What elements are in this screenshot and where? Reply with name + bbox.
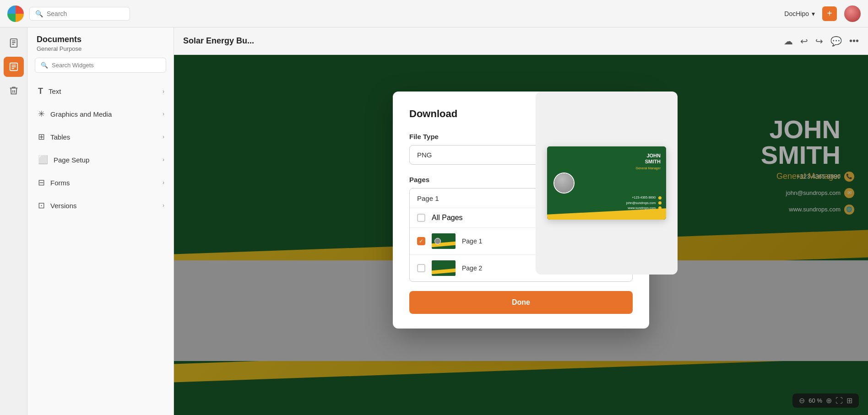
sidebar-subtitle: General Purpose — [37, 45, 164, 52]
versions-label: Versions — [50, 202, 77, 210]
sidebar-section-text[interactable]: T Text › — [27, 80, 174, 102]
widget-search-input[interactable] — [52, 62, 160, 69]
forms-chevron: › — [163, 179, 164, 186]
page-setup-label: Page Setup — [54, 156, 89, 164]
preview-card-name: JOHNSMITHGeneral Manager — [636, 153, 661, 171]
comment-icon[interactable]: 💬 — [830, 36, 842, 47]
sidebar-item-documents[interactable] — [4, 33, 24, 53]
done-button[interactable]: Done — [409, 291, 633, 314]
plus-icon: + — [827, 8, 832, 19]
topbar-right: DocHipo ▾ + — [784, 5, 861, 22]
doc-title: Solar Energy Bu... — [183, 36, 776, 46]
sidebar-item-trash[interactable] — [4, 81, 24, 101]
chevron-down-icon: ▾ — [812, 10, 815, 17]
versions-chevron: › — [163, 202, 164, 209]
dochipo-dropdown[interactable]: DocHipo ▾ — [784, 10, 815, 17]
doc-toolbar: Solar Energy Bu... ☁ ↩ ↪ 💬 ••• — [174, 27, 868, 55]
preview-card-photo — [553, 172, 575, 194]
page1-thumbnail — [432, 233, 456, 249]
page-setup-icon: ⬜ — [38, 155, 48, 165]
search-icon: 🔍 — [35, 10, 43, 17]
all-pages-checkbox[interactable] — [417, 214, 425, 222]
main-layout: Documents General Purpose 🔍 T Text › ✳ G… — [0, 27, 868, 415]
page1-checkbox[interactable]: ✓ — [417, 237, 425, 245]
widget-sidebar: Documents General Purpose 🔍 T Text › ✳ G… — [27, 27, 174, 415]
redo-icon[interactable]: ↪ — [815, 36, 823, 47]
preview-card-contact: +123-4365-9890 john@sundrops.com www.sun… — [626, 195, 662, 210]
avatar[interactable] — [844, 5, 861, 22]
page-setup-chevron: › — [163, 156, 164, 163]
graphics-icon: ✳ — [38, 109, 45, 119]
all-pages-label: All Pages — [432, 214, 463, 222]
widget-search-icon: 🔍 — [41, 62, 48, 69]
sidebar-title: Documents General Purpose — [27, 35, 174, 58]
icon-sidebar — [0, 27, 27, 415]
add-button[interactable]: + — [822, 6, 837, 21]
tables-label: Tables — [50, 133, 70, 141]
forms-icon: ⊟ — [38, 178, 45, 188]
app-logo[interactable] — [7, 5, 24, 22]
doc-canvas: JOHN SMITH General Manager +123-4365-989… — [174, 55, 868, 415]
page2-label: Page 2 — [462, 264, 482, 272]
cloud-icon[interactable]: ☁ — [784, 36, 793, 47]
pages-current-value: Page 1 — [417, 194, 439, 202]
dochipo-label: DocHipo — [784, 10, 809, 17]
sidebar-section-forms[interactable]: ⊟ Forms › — [27, 171, 174, 194]
tables-chevron: › — [163, 134, 164, 140]
text-chevron: › — [163, 88, 164, 95]
graphics-chevron: › — [163, 111, 164, 117]
sidebar-section-graphics[interactable]: ✳ Graphics and Media › — [27, 102, 174, 125]
widget-search[interactable]: 🔍 — [35, 58, 166, 73]
tables-icon: ⊞ — [38, 132, 45, 142]
sidebar-section-versions[interactable]: ⊡ Versions › — [27, 194, 174, 217]
topbar: 🔍 DocHipo ▾ + — [0, 0, 868, 27]
toolbar-icons: ☁ ↩ ↪ 💬 ••• — [784, 36, 859, 47]
sidebar-section-tables[interactable]: ⊞ Tables › — [27, 125, 174, 148]
preview-card: JOHNSMITHGeneral Manager +123-4365-9890 … — [547, 146, 666, 220]
text-icon: T — [38, 86, 43, 96]
search-input[interactable] — [47, 10, 120, 17]
forms-label: Forms — [50, 179, 70, 187]
more-icon[interactable]: ••• — [849, 36, 859, 46]
versions-icon: ⊡ — [38, 200, 45, 210]
modal-preview-panel: JOHNSMITHGeneral Manager +123-4365-9890 … — [536, 92, 678, 275]
sidebar-item-pages[interactable] — [4, 57, 24, 77]
doc-area: Solar Energy Bu... ☁ ↩ ↪ 💬 ••• JOHN SMIT… — [174, 27, 868, 415]
undo-icon[interactable]: ↩ — [800, 36, 808, 47]
graphics-label: Graphics and Media — [50, 110, 112, 118]
sidebar-section-page-setup[interactable]: ⬜ Page Setup › — [27, 148, 174, 171]
search-bar[interactable]: 🔍 — [29, 7, 130, 21]
modal-backdrop: Download × File Type PNG JPG PDF SVG ▾ — [174, 55, 868, 415]
text-label: Text — [49, 87, 61, 95]
page1-label: Page 1 — [462, 237, 482, 245]
page2-checkbox[interactable] — [417, 264, 425, 272]
page2-thumbnail — [432, 260, 456, 276]
